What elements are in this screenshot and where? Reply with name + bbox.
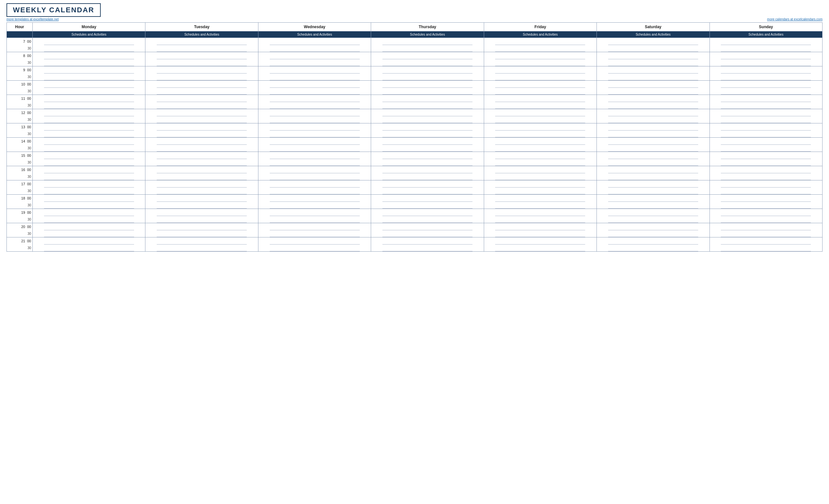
schedule-cell[interactable] [597, 173, 710, 180]
schedule-cell[interactable] [145, 109, 258, 116]
schedule-cell[interactable] [484, 216, 597, 223]
schedule-cell[interactable] [145, 245, 258, 252]
schedule-cell[interactable] [145, 209, 258, 216]
schedule-cell[interactable] [597, 116, 710, 123]
schedule-cell[interactable] [710, 45, 822, 52]
schedule-cell[interactable] [484, 187, 597, 195]
schedule-cell[interactable] [484, 145, 597, 152]
schedule-cell[interactable] [597, 66, 710, 74]
schedule-cell[interactable] [710, 59, 822, 66]
schedule-cell[interactable] [33, 59, 145, 66]
schedule-cell[interactable] [145, 159, 258, 166]
schedule-cell[interactable] [33, 180, 145, 187]
schedule-cell[interactable] [710, 123, 822, 131]
schedule-cell[interactable] [484, 238, 597, 245]
schedule-cell[interactable] [371, 230, 484, 238]
schedule-cell[interactable] [145, 116, 258, 123]
schedule-cell[interactable] [710, 187, 822, 195]
schedule-cell[interactable] [258, 245, 371, 252]
schedule-cell[interactable] [371, 59, 484, 66]
schedule-cell[interactable] [258, 173, 371, 180]
link-right[interactable]: more calendars at excelcalendars.com [767, 17, 823, 21]
schedule-cell[interactable] [710, 88, 822, 95]
schedule-cell[interactable] [710, 116, 822, 123]
schedule-cell[interactable] [371, 173, 484, 180]
schedule-cell[interactable] [597, 88, 710, 95]
schedule-cell[interactable] [484, 45, 597, 52]
schedule-cell[interactable] [258, 238, 371, 245]
schedule-cell[interactable] [371, 116, 484, 123]
schedule-cell[interactable] [145, 88, 258, 95]
schedule-cell[interactable] [33, 209, 145, 216]
schedule-cell[interactable] [33, 216, 145, 223]
schedule-cell[interactable] [258, 152, 371, 159]
schedule-cell[interactable] [710, 145, 822, 152]
schedule-cell[interactable] [371, 66, 484, 74]
schedule-cell[interactable] [710, 95, 822, 102]
schedule-cell[interactable] [484, 131, 597, 138]
schedule-cell[interactable] [145, 45, 258, 52]
schedule-cell[interactable] [597, 95, 710, 102]
schedule-cell[interactable] [145, 52, 258, 59]
schedule-cell[interactable] [371, 195, 484, 202]
schedule-cell[interactable] [371, 138, 484, 145]
schedule-cell[interactable] [710, 202, 822, 209]
schedule-cell[interactable] [258, 88, 371, 95]
schedule-cell[interactable] [258, 145, 371, 152]
schedule-cell[interactable] [33, 123, 145, 131]
schedule-cell[interactable] [710, 223, 822, 230]
schedule-cell[interactable] [145, 123, 258, 131]
schedule-cell[interactable] [710, 81, 822, 88]
schedule-cell[interactable] [258, 66, 371, 74]
schedule-cell[interactable] [484, 59, 597, 66]
schedule-cell[interactable] [258, 195, 371, 202]
schedule-cell[interactable] [258, 187, 371, 195]
schedule-cell[interactable] [33, 116, 145, 123]
schedule-cell[interactable] [710, 66, 822, 74]
schedule-cell[interactable] [33, 52, 145, 59]
schedule-cell[interactable] [258, 202, 371, 209]
schedule-cell[interactable] [145, 81, 258, 88]
schedule-cell[interactable] [33, 195, 145, 202]
schedule-cell[interactable] [710, 180, 822, 187]
schedule-cell[interactable] [484, 74, 597, 81]
schedule-cell[interactable] [710, 238, 822, 245]
schedule-cell[interactable] [484, 102, 597, 109]
schedule-cell[interactable] [371, 45, 484, 52]
schedule-cell[interactable] [33, 102, 145, 109]
schedule-cell[interactable] [258, 230, 371, 238]
schedule-cell[interactable] [597, 159, 710, 166]
schedule-cell[interactable] [145, 216, 258, 223]
schedule-cell[interactable] [484, 230, 597, 238]
schedule-cell[interactable] [371, 145, 484, 152]
schedule-cell[interactable] [484, 180, 597, 187]
schedule-cell[interactable] [597, 81, 710, 88]
schedule-cell[interactable] [371, 159, 484, 166]
schedule-cell[interactable] [710, 152, 822, 159]
schedule-cell[interactable] [145, 138, 258, 145]
schedule-cell[interactable] [710, 52, 822, 59]
schedule-cell[interactable] [145, 102, 258, 109]
schedule-cell[interactable] [597, 138, 710, 145]
schedule-cell[interactable] [710, 230, 822, 238]
schedule-cell[interactable] [484, 209, 597, 216]
schedule-cell[interactable] [33, 159, 145, 166]
schedule-cell[interactable] [258, 74, 371, 81]
schedule-cell[interactable] [597, 238, 710, 245]
schedule-cell[interactable] [33, 238, 145, 245]
schedule-cell[interactable] [258, 159, 371, 166]
schedule-cell[interactable] [145, 230, 258, 238]
schedule-cell[interactable] [484, 152, 597, 159]
schedule-cell[interactable] [597, 59, 710, 66]
schedule-cell[interactable] [258, 216, 371, 223]
schedule-cell[interactable] [484, 223, 597, 230]
schedule-cell[interactable] [597, 109, 710, 116]
schedule-cell[interactable] [145, 145, 258, 152]
schedule-cell[interactable] [597, 216, 710, 223]
schedule-cell[interactable] [145, 95, 258, 102]
schedule-cell[interactable] [258, 209, 371, 216]
schedule-cell[interactable] [484, 195, 597, 202]
schedule-cell[interactable] [710, 195, 822, 202]
schedule-cell[interactable] [710, 38, 822, 45]
schedule-cell[interactable] [597, 180, 710, 187]
